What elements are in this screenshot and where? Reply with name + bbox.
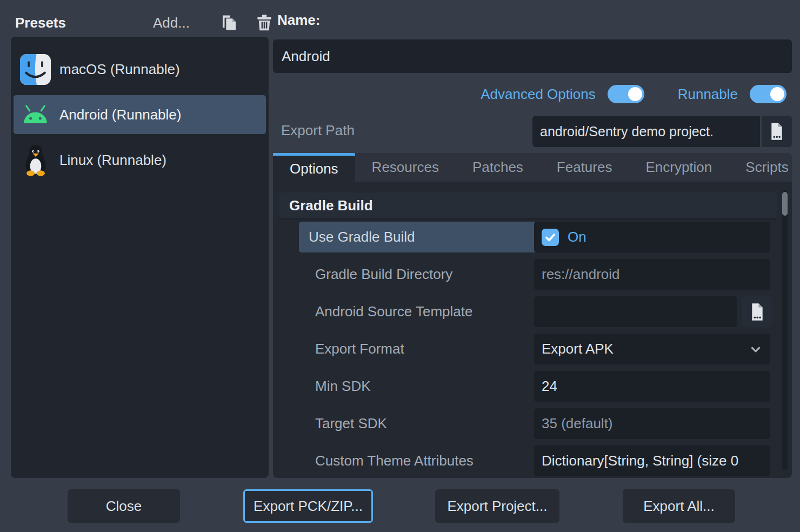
min-sdk-value: 24 — [542, 378, 557, 395]
scrollbar-thumb[interactable] — [782, 192, 788, 216]
runnable-label: Runnable — [678, 86, 738, 103]
checkbox-checked-icon[interactable] — [542, 229, 559, 246]
section-gradle-build[interactable]: Gradle Build — [279, 192, 777, 220]
delete-preset-button[interactable] — [255, 12, 274, 34]
property-row-min-sdk: Min SDK 24 — [279, 371, 777, 402]
export-all-button[interactable]: Export All... — [623, 489, 735, 523]
preset-item-macos[interactable]: macOS (Runnable) — [14, 50, 266, 89]
tab-encryption[interactable]: Encryption — [629, 153, 729, 182]
property-label[interactable]: Custom Theme Attributes — [305, 445, 527, 476]
target-sdk-input[interactable]: 35 (default) — [534, 408, 770, 439]
tabbar: Options Resources Patches Features Encry… — [273, 153, 792, 182]
presets-header: Presets Add... — [15, 12, 264, 34]
tab-resources[interactable]: Resources — [355, 153, 456, 182]
preset-list: macOS (Runnable) Android (Runnable) — [11, 37, 269, 478]
name-label: Name: — [277, 12, 320, 29]
property-row-use-gradle-build: Use Gradle Build On — [279, 222, 777, 252]
preset-item-label: Android (Runnable) — [59, 107, 181, 123]
toggle-knob — [628, 87, 642, 101]
property-label[interactable]: Min SDK — [305, 371, 527, 402]
duplicate-preset-button[interactable] — [219, 12, 239, 34]
presets-title: Presets — [15, 15, 66, 31]
preset-name-input[interactable]: Android — [273, 39, 792, 73]
tab-options[interactable]: Options — [273, 153, 355, 182]
toggle-knob — [770, 87, 784, 101]
property-label[interactable]: Target SDK — [305, 408, 527, 439]
close-button[interactable]: Close — [68, 489, 180, 523]
export-format-value: Export APK — [542, 341, 614, 357]
custom-theme-attributes-text: Dictionary[String, String] (size 0 — [542, 453, 738, 469]
android-icon — [20, 99, 51, 130]
export-path-value: android/Sentry demo project. — [540, 124, 714, 139]
source-template-browse-button[interactable] — [742, 296, 772, 327]
preset-item-label: macOS (Runnable) — [59, 61, 180, 78]
file-browse-icon — [769, 122, 785, 141]
custom-theme-attributes-value[interactable]: Dictionary[String, String] (size 0 — [534, 445, 770, 476]
gradle-build-directory-value: res://android — [542, 266, 620, 283]
duplicate-icon — [220, 14, 238, 32]
property-row-android-source-template: Android Source Template — [279, 296, 777, 327]
tab-features[interactable]: Features — [540, 153, 629, 182]
android-source-template-input[interactable] — [534, 296, 737, 327]
property-row-custom-theme-attributes: Custom Theme Attributes Dictionary[Strin… — [279, 445, 777, 476]
advanced-options-toggle[interactable] — [608, 85, 644, 103]
file-browse-icon — [749, 303, 765, 321]
linux-tux-icon — [20, 145, 51, 176]
chevron-down-icon — [749, 342, 763, 356]
min-sdk-input[interactable]: 24 — [534, 371, 770, 402]
property-row-target-sdk: Target SDK 35 (default) — [279, 408, 777, 439]
property-label[interactable]: Use Gradle Build — [299, 222, 537, 252]
export-dialog: Presets Add... — [0, 0, 800, 532]
add-preset-button[interactable]: Add... — [153, 15, 190, 31]
runnable-toggle[interactable] — [750, 85, 786, 103]
preset-item-linux[interactable]: Linux (Runnable) — [14, 141, 266, 179]
export-pck-zip-button[interactable]: Export PCK/ZIP... — [243, 489, 373, 523]
property-row-gradle-build-directory: Gradle Build Directory res://android — [279, 259, 777, 290]
preset-item-android[interactable]: Android (Runnable) — [14, 95, 266, 134]
gradle-build-directory-input[interactable]: res://android — [534, 259, 770, 290]
export-path-label: Export Path — [281, 122, 355, 139]
export-path-input[interactable]: android/Sentry demo project. — [532, 116, 760, 147]
preset-name-value: Android — [282, 48, 330, 65]
export-path-browse-button[interactable] — [762, 116, 792, 147]
property-row-export-format: Export Format Export APK — [279, 334, 777, 364]
tab-scripts[interactable]: Scripts — [729, 153, 800, 182]
trash-icon — [255, 14, 274, 32]
options-panel: Gradle Build Use Gradle Build On Gradle … — [273, 182, 792, 478]
target-sdk-value: 35 (default) — [542, 415, 613, 432]
checkbox-state-label: On — [568, 229, 586, 245]
use-gradle-build-value[interactable]: On — [534, 222, 770, 252]
tab-patches[interactable]: Patches — [456, 153, 540, 182]
advanced-options-label: Advanced Options — [481, 86, 595, 103]
preset-item-label: Linux (Runnable) — [59, 152, 166, 169]
options-scrollbar[interactable] — [782, 190, 788, 470]
export-project-button[interactable]: Export Project... — [435, 489, 559, 523]
property-label[interactable]: Gradle Build Directory — [305, 259, 527, 290]
macos-finder-icon — [20, 54, 51, 85]
export-format-dropdown[interactable]: Export APK — [534, 334, 770, 364]
property-label[interactable]: Android Source Template — [305, 296, 527, 327]
property-label[interactable]: Export Format — [305, 334, 527, 364]
toggles-row: Advanced Options Runnable — [273, 82, 792, 106]
